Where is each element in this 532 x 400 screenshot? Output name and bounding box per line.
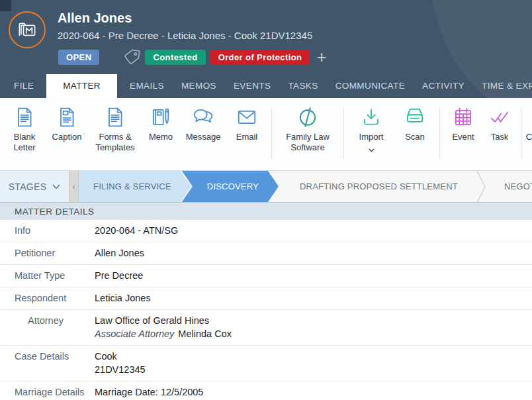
detail-label: Case Details [0,350,95,376]
stage-scroll-left-button[interactable]: ‹ [69,171,79,202]
ribbon-item-court-rules[interactable]: Court Rules [525,106,532,142]
matter-details-table: Info2020-064 - ATN/SGPetitionerAllen Jon… [0,220,532,400]
stage-filing-service[interactable]: FILING & SERVICE [79,171,191,202]
chevron-down-icon [52,184,60,189]
ribbon-item-label: Family Law Software [276,132,339,153]
tag-chip-list: ContestedOrder of Protection [140,50,310,65]
detail-label: Petitioner [0,246,95,260]
stage-discovery[interactable]: DISCOVERY [182,171,279,202]
ribbon-item-forms-templates[interactable]: Forms & Templates [89,106,142,153]
detail-label: Matter Type [0,269,95,282]
detail-row-matter-type: Matter TypePre Decree [0,265,532,287]
status-badge[interactable]: OPEN [58,50,99,65]
scan-icon [404,106,426,128]
detail-value: Marriage Date: 12/5/2005 [95,385,203,399]
stage-drafting-proposed-settlement[interactable]: DRAFTING PROPOSED SETTLEMENT [279,171,476,202]
tab-communicate[interactable]: COMMUNICATE [327,74,414,98]
detail-label: Respondent [0,291,95,305]
ribbon-item-event[interactable]: Event [444,106,482,142]
detail-value: 2020-064 - ATN/SG [95,224,178,237]
family-law-software-icon [296,106,319,128]
detail-row-info: Info2020-064 - ATN/SG [0,220,532,242]
add-tag-button[interactable]: + [316,50,326,64]
ribbon-item-import[interactable]: Import [348,106,394,155]
tab-events[interactable]: EVENTS [225,74,279,98]
detail-row-respondent: RespondentLeticia Jones [0,287,532,310]
ribbon-item-task[interactable]: Task [482,106,517,142]
ribbon-item-label: Import [359,132,384,142]
ribbon-item-label: Task [491,132,509,142]
badge-row: OPEN ContestedOrder of Protection + [58,48,327,66]
tab-memos[interactable]: MEMOS [173,74,225,98]
tab-tasks[interactable]: TASKS [279,74,326,98]
tab-emails[interactable]: EMAILS [121,74,173,98]
memo-icon [150,106,172,128]
detail-row-attorney: AttorneyLaw Office of Gerald HinesAssoci… [0,310,532,346]
detail-label: Info [0,224,95,237]
ribbon-item-label: Blank Letter [4,132,45,153]
ribbon-group-divider [439,107,440,159]
ribbon-item-label: Email [236,132,258,142]
ribbon-item-family-law-software[interactable]: Family Law Software [276,106,339,153]
tag-badge-order-of-protection[interactable]: Order of Protection [210,50,310,65]
detail-label: Attorney [0,314,95,340]
caption-icon [56,106,78,128]
ribbon-item-label: Forms & Templates [89,132,142,153]
detail-row-marriage-details: Marriage DetailsMarriage Date: 12/5/2005 [0,381,532,400]
ribbon-item-scan[interactable]: Scan [394,106,435,142]
detail-value: Leticia Jones [95,291,151,305]
ribbon-item-label: Event [452,132,474,142]
ribbon-item-email[interactable]: Email [226,106,267,142]
ribbon-item-memo[interactable]: Memo [142,106,180,142]
ribbon-group-divider [521,107,521,159]
ribbon-item-blank-letter[interactable]: Blank Letter [4,106,45,153]
app-window: Allen Jones 2020-064 - Pre Decree - Leti… [0,0,532,400]
tab-matter[interactable]: MATTER [46,74,117,98]
email-icon [236,106,258,128]
tag-icon [123,48,140,66]
ribbon-item-label: Scan [405,132,425,142]
event-icon [452,106,474,128]
stage-separator-icon [476,171,486,202]
detail-value: Cook21DV12345 [95,350,146,376]
detail-label: Marriage Details [0,385,95,399]
message-icon [192,106,214,128]
tag-badge-contested[interactable]: Contested [145,50,205,65]
stage-track: FILING & SERVICEDISCOVERYDRAFTING PROPOS… [79,171,532,202]
page-subtitle: 2020-064 - Pre Decree - Leticia Jones - … [58,30,312,41]
matter-header: Allen Jones 2020-064 - Pre Decree - Leti… [0,0,532,98]
task-icon [488,106,511,128]
forms-templates-icon [104,106,126,128]
corner-accent [0,0,11,11]
detail-value: Pre Decree [95,269,143,282]
ribbon-toolbar: Blank LetterCaptionForms & TemplatesMemo… [0,98,532,171]
detail-row-petitioner: PetitionerAllen Jones [0,242,532,265]
matter-folder-icon [9,11,46,48]
tab-activity[interactable]: ACTIVITY [414,74,473,98]
tab-time-expenses[interactable]: TIME & EXPENSES [473,74,532,98]
section-title: MATTER DETAILS [15,207,95,217]
detail-value: Allen Jones [95,246,144,260]
ribbon-item-message[interactable]: Message [180,106,226,142]
ribbon-item-label: Message [186,132,221,142]
page-title: Allen Jones [58,11,132,26]
stages-bar: STAGES ‹ FILING & SERVICEDISCOVERYDRAFTI… [0,171,532,203]
ribbon-item-label: Memo [149,132,173,142]
tab-bar: FILEMATTEREMAILSMEMOSEVENTSTASKSCOMMUNIC… [0,74,532,98]
import-icon [360,106,382,128]
dropdown-caret-icon [369,143,375,155]
blank-letter-icon [13,106,36,128]
tab-file[interactable]: FILE [5,74,42,98]
stages-menu-button[interactable]: STAGES [0,171,69,202]
ribbon-item-caption[interactable]: Caption [45,106,89,142]
ribbon-group-divider [271,107,272,159]
matter-details-section-header: MATTER DETAILS [0,203,532,220]
detail-value: Law Office of Gerald HinesAssociate Atto… [95,314,232,340]
ribbon-item-label: Court Rules [526,132,532,142]
ribbon-group-divider [343,107,344,159]
detail-row-case-details: Case DetailsCook21DV12345 [0,346,532,381]
stage-negotiations[interactable]: NEGOTIATIONS [486,171,532,202]
ribbon-item-label: Caption [52,132,82,142]
stages-menu-label: STAGES [9,181,47,192]
